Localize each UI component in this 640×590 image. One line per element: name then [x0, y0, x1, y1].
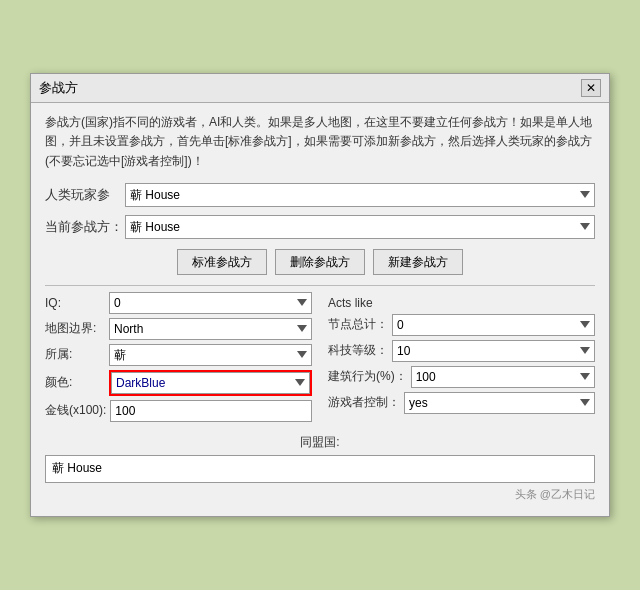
player-control-label: 游戏者控制： — [328, 394, 400, 411]
human-player-label: 人类玩家参 — [45, 186, 125, 204]
player-control-row: 游戏者控制： yes — [328, 392, 595, 414]
ally-label: 同盟国: — [45, 434, 595, 451]
color-label: 颜色: — [45, 374, 105, 391]
current-faction-label: 当前参战方： — [45, 218, 125, 236]
belongs-label: 所属: — [45, 346, 105, 363]
dialog-title: 参战方 — [39, 79, 78, 97]
left-column: IQ: 0 地图边界: North 所属 — [45, 292, 312, 426]
color-select[interactable]: DarkBlue — [111, 372, 310, 394]
money-label: 金钱(x100): — [45, 402, 106, 419]
player-control-select-wrapper: yes — [404, 392, 595, 414]
build-action-select[interactable]: 100 — [411, 366, 595, 388]
build-action-select-wrapper: 100 — [411, 366, 595, 388]
tech-level-label: 科技等级： — [328, 342, 388, 359]
color-select-wrapper: DarkBlue — [109, 370, 312, 396]
human-player-select-wrapper: 蕲 House — [125, 183, 595, 207]
build-action-label: 建筑行为(%)： — [328, 368, 407, 385]
iq-select-wrapper: 0 — [109, 292, 312, 314]
color-row: 颜色: DarkBlue — [45, 370, 312, 396]
iq-select[interactable]: 0 — [109, 292, 312, 314]
watermark: 头条 @乙木日记 — [45, 487, 595, 506]
current-faction-row: 当前参战方： 蕲 House — [45, 215, 595, 239]
tech-level-row: 科技等级： 10 — [328, 340, 595, 362]
title-bar: 参战方 ✕ — [31, 74, 609, 103]
map-border-row: 地图边界: North — [45, 318, 312, 340]
node-total-label: 节点总计： — [328, 316, 388, 333]
node-total-select[interactable]: 0 — [392, 314, 595, 336]
tech-level-select-wrapper: 10 — [392, 340, 595, 362]
ally-section: 同盟国: 蕲 House — [45, 434, 595, 483]
tech-level-select[interactable]: 10 — [392, 340, 595, 362]
new-faction-button[interactable]: 新建参战方 — [373, 249, 463, 275]
close-button[interactable]: ✕ — [581, 79, 601, 97]
right-column: Acts like 节点总计： 0 科技等级： 10 — [328, 292, 595, 426]
delete-faction-button[interactable]: 删除参战方 — [275, 249, 365, 275]
belongs-select[interactable]: 蕲 — [109, 344, 312, 366]
current-faction-select-wrapper: 蕲 House — [125, 215, 595, 239]
map-border-select[interactable]: North — [109, 318, 312, 340]
acts-like-row: Acts like — [328, 292, 595, 310]
standard-faction-button[interactable]: 标准参战方 — [177, 249, 267, 275]
build-action-row: 建筑行为(%)： 100 — [328, 366, 595, 388]
properties-grid: IQ: 0 地图边界: North 所属 — [45, 292, 595, 426]
belongs-row: 所属: 蕲 — [45, 344, 312, 366]
iq-label: IQ: — [45, 296, 105, 310]
action-buttons-row: 标准参战方 删除参战方 新建参战方 — [45, 249, 595, 275]
ally-list[interactable]: 蕲 House — [45, 455, 595, 483]
map-border-label: 地图边界: — [45, 320, 105, 337]
human-player-select[interactable]: 蕲 House — [125, 183, 595, 207]
iq-row: IQ: 0 — [45, 292, 312, 314]
current-faction-select[interactable]: 蕲 House — [125, 215, 595, 239]
dialog-body: 参战方(国家)指不同的游戏者，AI和人类。如果是多人地图，在这里不要建立任何参战… — [31, 103, 609, 516]
map-border-select-wrapper: North — [109, 318, 312, 340]
dialog-faction: 参战方 ✕ 参战方(国家)指不同的游戏者，AI和人类。如果是多人地图，在这里不要… — [30, 73, 610, 517]
human-player-row: 人类玩家参 蕲 House — [45, 183, 595, 207]
belongs-select-wrapper: 蕲 — [109, 344, 312, 366]
player-control-select[interactable]: yes — [404, 392, 595, 414]
description-text: 参战方(国家)指不同的游戏者，AI和人类。如果是多人地图，在这里不要建立任何参战… — [45, 113, 595, 171]
money-input[interactable] — [110, 400, 312, 422]
node-total-select-wrapper: 0 — [392, 314, 595, 336]
divider — [45, 285, 595, 286]
acts-like-label: Acts like — [328, 292, 373, 310]
node-total-row: 节点总计： 0 — [328, 314, 595, 336]
money-row: 金钱(x100): — [45, 400, 312, 422]
